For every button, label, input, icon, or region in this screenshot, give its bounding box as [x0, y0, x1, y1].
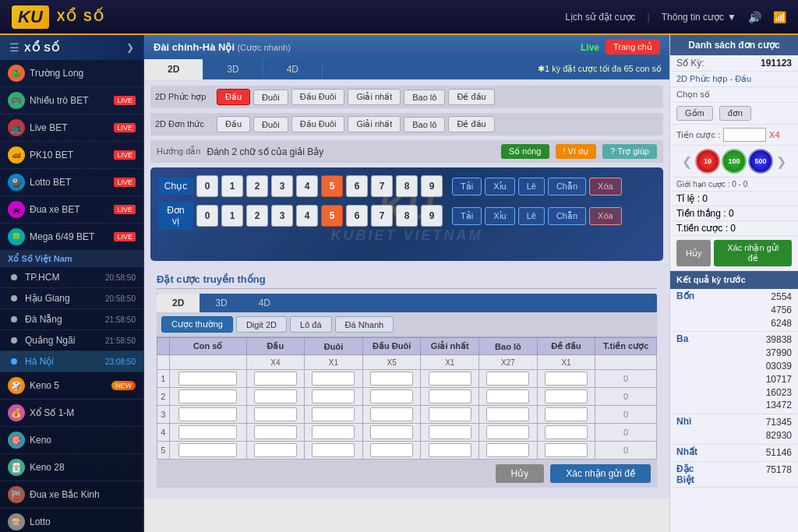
- dau-duoi-input-2[interactable]: [370, 389, 413, 403]
- sidebar-item-dua-xe-bk[interactable]: 🏁 Đua xe Bắc Kinh: [0, 481, 143, 509]
- de-dau-input-5[interactable]: [545, 443, 588, 457]
- giai-nhat-input-1[interactable]: [429, 372, 471, 386]
- dv-4[interactable]: 4: [296, 205, 318, 227]
- giai-nhat-input-4[interactable]: [429, 425, 471, 439]
- chuc-xiu-btn[interactable]: Xỉu: [485, 178, 514, 196]
- dau-duoi-input-3[interactable]: [370, 407, 413, 421]
- dau-btn-don-thuc[interactable]: Đầu: [217, 116, 250, 132]
- dv-3[interactable]: 3: [271, 205, 293, 227]
- duoi-input-2[interactable]: [312, 389, 355, 403]
- sidebar-item-live-bet[interactable]: 📺 Live BET LIVE: [0, 115, 143, 142]
- rs-huy-btn[interactable]: Hủy: [676, 240, 711, 266]
- xac-nhan-trad-btn[interactable]: Xác nhận gửi đề: [550, 464, 651, 483]
- dv-2[interactable]: 2: [246, 205, 268, 227]
- chip-100[interactable]: 100: [722, 149, 747, 174]
- sidebar-item-lotto[interactable]: 🎱 Lotto BET LIVE: [0, 169, 143, 196]
- chuc-0[interactable]: 0: [196, 175, 218, 197]
- dau-duoi-btn-don-thuc[interactable]: Đầu Đuôi: [291, 116, 345, 132]
- sidebar-item-da-nang[interactable]: Đà Nẵng 21:58:50: [0, 309, 143, 330]
- dau-input-3[interactable]: [254, 407, 297, 421]
- sidebar-item-truong-long[interactable]: 🐉 Trường Long: [0, 60, 143, 87]
- sidebar-item-nhieu-tro[interactable]: 🎮 Nhiều trò BET LIVE: [0, 87, 143, 115]
- sidebar-item-ha-noi[interactable]: Hà Nội 23:08:50: [0, 351, 143, 372]
- chuc-tai-btn[interactable]: Tải: [452, 178, 482, 196]
- bao-lo-input-2[interactable]: [486, 389, 529, 403]
- dv-0[interactable]: 0: [196, 205, 218, 227]
- dv-xoa-btn[interactable]: Xóa: [589, 207, 622, 225]
- sidebar-item-keno[interactable]: 🎯 Keno: [0, 427, 143, 454]
- rs-gom-btn[interactable]: Gồm: [676, 106, 713, 121]
- trad-tab-4d[interactable]: 4D: [243, 294, 286, 312]
- vi-du-btn[interactable]: ! Ví dụ: [556, 144, 597, 159]
- trad-tab-2d[interactable]: 2D: [157, 294, 200, 312]
- sidebar-item-quang-ngai[interactable]: Quảng Ngãi 21:58:50: [0, 330, 143, 351]
- sub-tab-cuoc-thuong[interactable]: Cược thường: [161, 316, 233, 333]
- sidebar-item-hcm[interactable]: TP.HCM 20:58:50: [0, 267, 143, 288]
- dau-duoi-input-1[interactable]: [370, 372, 413, 386]
- giai-nhat-input-2[interactable]: [429, 389, 471, 403]
- trad-tab-3d[interactable]: 3D: [200, 294, 242, 312]
- bao-lo-btn-don-thuc[interactable]: Bao lô: [404, 117, 445, 132]
- trang-chu-btn[interactable]: Trang chủ: [606, 40, 660, 55]
- so-nong-btn[interactable]: Số nóng: [501, 144, 549, 159]
- chuc-le-btn[interactable]: Lê: [518, 178, 545, 196]
- rs-tien-input[interactable]: [723, 128, 766, 142]
- duoi-btn-phuc-hop[interactable]: Đuôi: [253, 90, 288, 105]
- tab-3d[interactable]: 3D: [203, 59, 263, 79]
- con-so-input-5[interactable]: [178, 443, 237, 457]
- dau-btn-phuc-hop[interactable]: Đầu: [217, 89, 250, 105]
- sidebar-item-dua-xe[interactable]: 🏍 Đua xe BET LIVE: [0, 196, 143, 224]
- chips-prev-btn[interactable]: ❮: [682, 154, 692, 169]
- dv-5[interactable]: 5: [321, 205, 343, 227]
- tro-giup-btn[interactable]: ? Trợ giúp: [602, 144, 657, 159]
- rs-don-btn[interactable]: đơn: [719, 106, 751, 121]
- chuc-3[interactable]: 3: [271, 175, 293, 197]
- de-dau-input-4[interactable]: [545, 425, 588, 439]
- con-so-input-1[interactable]: [178, 372, 237, 386]
- thong-tin-link[interactable]: Thông tin cược ▼: [662, 12, 736, 23]
- sub-tab-lo-da[interactable]: Lô đá: [290, 316, 332, 333]
- dv-xiu-btn[interactable]: Xỉu: [485, 207, 514, 225]
- con-so-input-4[interactable]: [178, 425, 237, 439]
- chuc-2[interactable]: 2: [246, 175, 268, 197]
- dau-duoi-input-4[interactable]: [370, 425, 413, 439]
- chuc-5[interactable]: 5: [321, 175, 343, 197]
- dau-input-4[interactable]: [254, 425, 297, 439]
- huy-trad-btn[interactable]: Hủy: [496, 464, 545, 483]
- rs-xac-nhan-btn[interactable]: Xác nhận gửi đề: [714, 240, 792, 266]
- giai-nhat-btn-don-thuc[interactable]: Giải nhất: [348, 116, 401, 132]
- dv-8[interactable]: 8: [396, 205, 418, 227]
- bao-lo-input-1[interactable]: [486, 372, 529, 386]
- sidebar-item-lotto2[interactable]: 🎰 Lotto: [0, 509, 143, 532]
- de-dau-btn-phuc-hop[interactable]: Đề đầu: [448, 89, 494, 105]
- tab-2d[interactable]: 2D: [144, 59, 203, 79]
- chips-next-btn[interactable]: ❯: [776, 154, 786, 169]
- dau-input-2[interactable]: [254, 389, 297, 403]
- duoi-input-1[interactable]: [312, 372, 355, 386]
- giai-nhat-input-5[interactable]: [429, 443, 471, 457]
- sidebar-collapse-btn[interactable]: ❯: [126, 42, 134, 53]
- dv-tai-btn[interactable]: Tải: [452, 207, 482, 225]
- bao-lo-btn-phuc-hop[interactable]: Bao lô: [404, 90, 445, 105]
- sub-tab-da-nhanh[interactable]: Đá Nhanh: [335, 316, 394, 333]
- duoi-btn-don-thuc[interactable]: Đuôi: [253, 117, 288, 132]
- sidebar-item-keno28[interactable]: 🃏 Keno 28: [0, 454, 143, 481]
- giai-nhat-btn-phuc-hop[interactable]: Giải nhất: [348, 89, 401, 105]
- dau-input-5[interactable]: [254, 443, 297, 457]
- dv-6[interactable]: 6: [346, 205, 368, 227]
- duoi-input-4[interactable]: [312, 425, 355, 439]
- lich-su-link[interactable]: Lịch sử đặt cược: [565, 12, 635, 23]
- dau-input-1[interactable]: [254, 372, 297, 386]
- sidebar-item-mega[interactable]: 🍀 Mega 6/49 BET LIVE: [0, 224, 143, 251]
- sub-tab-digit2d[interactable]: Digit 2D: [236, 316, 287, 333]
- dau-duoi-input-5[interactable]: [370, 443, 413, 457]
- dv-9[interactable]: 9: [421, 205, 443, 227]
- dau-duoi-btn-phuc-hop[interactable]: Đầu Đuôi: [291, 89, 345, 105]
- chip-500[interactable]: 500: [748, 149, 773, 174]
- chuc-chan-btn[interactable]: Chẵn: [548, 178, 586, 196]
- dv-1[interactable]: 1: [221, 205, 243, 227]
- con-so-input-2[interactable]: [178, 389, 237, 403]
- bao-lo-input-5[interactable]: [486, 443, 529, 457]
- dv-7[interactable]: 7: [371, 205, 393, 227]
- bao-lo-input-4[interactable]: [486, 425, 529, 439]
